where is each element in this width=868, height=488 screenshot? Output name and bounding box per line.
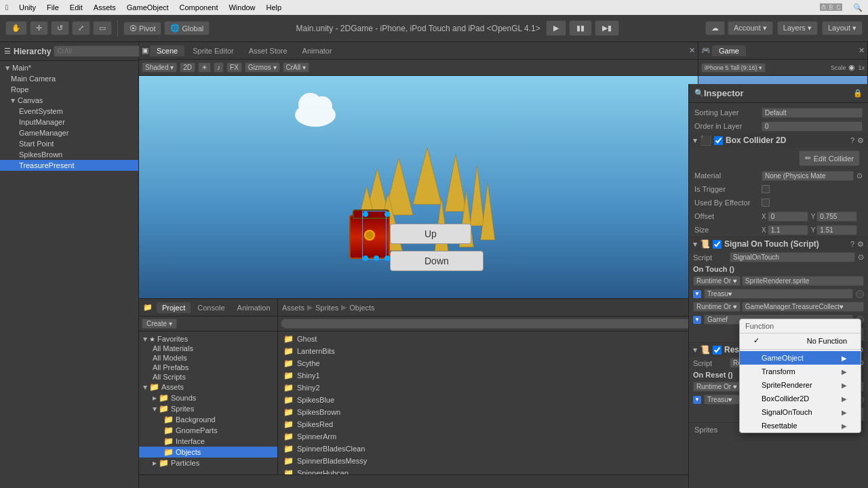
sorting-layer-dropdown[interactable]: Default: [762, 108, 863, 118]
size-x-input[interactable]: [768, 225, 808, 235]
fx-toggle[interactable]: FX: [226, 62, 242, 73]
runtime-dropdown-2[interactable]: Runtime Or ♥: [693, 302, 741, 312]
tab-animator[interactable]: Animator: [296, 45, 339, 56]
game-panel-close[interactable]: ✕: [859, 46, 865, 55]
cloud-button[interactable]: ☁: [705, 21, 725, 35]
play-button[interactable]: ▶: [546, 20, 566, 36]
breadcrumb-sprites[interactable]: Sprites: [315, 304, 338, 312]
breadcrumb-assets[interactable]: Assets: [282, 304, 304, 312]
collider-gear-icon[interactable]: ⚙: [857, 136, 864, 145]
tree-gnomeparts[interactable]: 📁 GnomeParts: [139, 425, 277, 436]
menu-transform[interactable]: Transform ▶: [740, 365, 861, 378]
menu-spriterenderer[interactable]: SpriteRenderer ▶: [740, 378, 861, 392]
tree-objects[interactable]: 📁 Objects: [139, 447, 277, 458]
size-y-input[interactable]: [816, 225, 857, 235]
layout-dropdown[interactable]: Layout ▾: [822, 21, 863, 35]
gizmos-dropdown[interactable]: Gizmos ▾: [245, 62, 280, 73]
tree-particles[interactable]: ▶ 📁 Particles: [139, 458, 277, 468]
material-pick-icon[interactable]: ⊙: [856, 171, 863, 180]
tree-favorites[interactable]: ▶ ★ Favorites: [139, 334, 277, 344]
device-dropdown[interactable]: iPhone 5 Tall (9:16) ▾: [701, 63, 766, 73]
rect-tool[interactable]: ▭: [93, 21, 112, 35]
audio-toggle[interactable]: ♪: [214, 62, 224, 73]
tree-all-scripts[interactable]: All Scripts: [139, 372, 277, 382]
tab-asset-store[interactable]: Asset Store: [242, 45, 294, 56]
pivot-toggle[interactable]: ⦿ Pivot: [123, 22, 161, 35]
menu-no-function[interactable]: ✓ No Function: [740, 333, 861, 348]
2d-toggle[interactable]: 2D: [180, 62, 195, 73]
tree-all-prefabs[interactable]: All Prefabs: [139, 363, 277, 372]
tree-sounds[interactable]: ▶ 📁 Sounds: [139, 392, 277, 403]
rotate-tool[interactable]: ↺: [51, 21, 69, 35]
scale-tool[interactable]: ⤢: [72, 21, 90, 35]
account-dropdown[interactable]: Account ▾: [728, 21, 773, 35]
hand-tool[interactable]: ✋: [5, 21, 27, 35]
layers-dropdown[interactable]: Layers ▾: [777, 21, 818, 35]
signal-gear-icon[interactable]: ⚙: [857, 240, 864, 249]
tree-assets[interactable]: ▶ 📁 Assets: [139, 382, 277, 392]
global-toggle[interactable]: 🌐 Global: [164, 21, 210, 35]
menu-gameobject[interactable]: GameObject ▶: [740, 351, 861, 365]
used-by-effector-checkbox[interactable]: [762, 199, 770, 207]
apple-menu[interactable]: : [5, 3, 8, 12]
step-button[interactable]: ▶▮: [595, 20, 619, 36]
offset-y-input[interactable]: [816, 211, 857, 222]
down-button-scene[interactable]: Down: [390, 251, 484, 271]
shaded-dropdown[interactable]: Shaded ▾: [142, 62, 177, 73]
hier-item-gamemanager[interactable]: GameManager: [0, 127, 138, 138]
tree-interface[interactable]: 📁 Interface: [139, 436, 277, 447]
treasure-object-scene[interactable]: [349, 215, 393, 269]
menu-file[interactable]: File: [47, 3, 59, 12]
menu-resettable[interactable]: Resettable ▶: [740, 419, 861, 432]
hier-item-canvas[interactable]: ▶ Canvas: [0, 95, 138, 106]
hier-item-eventsystem[interactable]: EventSystem: [0, 106, 138, 117]
runtime-value-1[interactable]: SpriteRenderer.sprite: [742, 276, 864, 286]
tab-console[interactable]: Console: [192, 302, 230, 313]
scene-viewport[interactable]: Up Down: [139, 76, 698, 298]
tab-project[interactable]: Project: [157, 302, 191, 313]
resettable-runtime-dropdown[interactable]: Runtime Or ♥: [693, 382, 741, 392]
menu-gameobject[interactable]: GameObject: [127, 3, 169, 12]
menu-boxcollider2d[interactable]: BoxCollider2D ▶: [740, 392, 861, 405]
pause-button[interactable]: ▮▮: [569, 20, 592, 36]
signal-script-pick[interactable]: ⊙: [858, 253, 864, 262]
obj-circle-1[interactable]: [856, 290, 864, 298]
hier-item-spikesbrown[interactable]: SpikesBrown: [0, 149, 138, 160]
is-trigger-checkbox[interactable]: [762, 185, 770, 193]
runtime-dropdown-1[interactable]: Runtime Or ♥: [693, 276, 741, 286]
collider-question-icon[interactable]: ?: [850, 136, 854, 144]
inspector-lock-icon[interactable]: 🔒: [853, 89, 863, 98]
tab-animation[interactable]: Animation: [232, 302, 276, 313]
tree-sprites[interactable]: ▶ 📁 Sprites: [139, 403, 277, 414]
collider-expand-icon[interactable]: ▶: [692, 138, 698, 142]
search-icon[interactable]: 🔍: [853, 3, 863, 12]
runtime-value-2[interactable]: GameManager.TreasureCollect♥: [742, 302, 864, 312]
tree-background[interactable]: 📁 Background: [139, 414, 277, 425]
hier-item-treasurepresent[interactable]: TreasurePresent: [0, 160, 138, 171]
cr-all-dropdown[interactable]: CrAll ▾: [283, 62, 309, 73]
menu-edit[interactable]: Edit: [70, 3, 83, 12]
hier-item-main[interactable]: ▶ Main*: [0, 62, 138, 73]
resettable-enabled-checkbox[interactable]: [713, 346, 722, 354]
obj-name-1[interactable]: Treasu♥: [704, 289, 853, 299]
hier-item-rope[interactable]: Rope: [0, 84, 138, 95]
hier-item-maincamera[interactable]: Main Camera: [0, 73, 138, 84]
breadcrumb-objects[interactable]: Objects: [349, 304, 374, 312]
signal-question-icon[interactable]: ?: [850, 240, 854, 248]
move-tool[interactable]: ✛: [30, 21, 48, 35]
signal-enabled-checkbox[interactable]: [713, 240, 722, 249]
menu-unity[interactable]: Unity: [19, 3, 36, 12]
tab-game[interactable]: Game: [712, 45, 746, 56]
menu-assets[interactable]: Assets: [94, 3, 116, 12]
edit-collider-button[interactable]: ✏ Edit Collider: [799, 150, 860, 166]
offset-x-input[interactable]: [768, 211, 808, 222]
create-button[interactable]: Create ▾: [142, 319, 177, 329]
tree-all-models[interactable]: All Models: [139, 353, 277, 363]
collider-enabled-checkbox[interactable]: [714, 136, 723, 145]
tree-all-materials[interactable]: All Materials: [139, 344, 277, 353]
order-in-layer-value[interactable]: 0: [762, 121, 863, 131]
up-button-scene[interactable]: Up: [390, 224, 471, 244]
menu-signalontouch[interactable]: SignalOnTouch ▶: [740, 405, 861, 419]
menu-help[interactable]: Help: [267, 3, 282, 12]
scene-panel-close[interactable]: ✕: [689, 46, 695, 55]
